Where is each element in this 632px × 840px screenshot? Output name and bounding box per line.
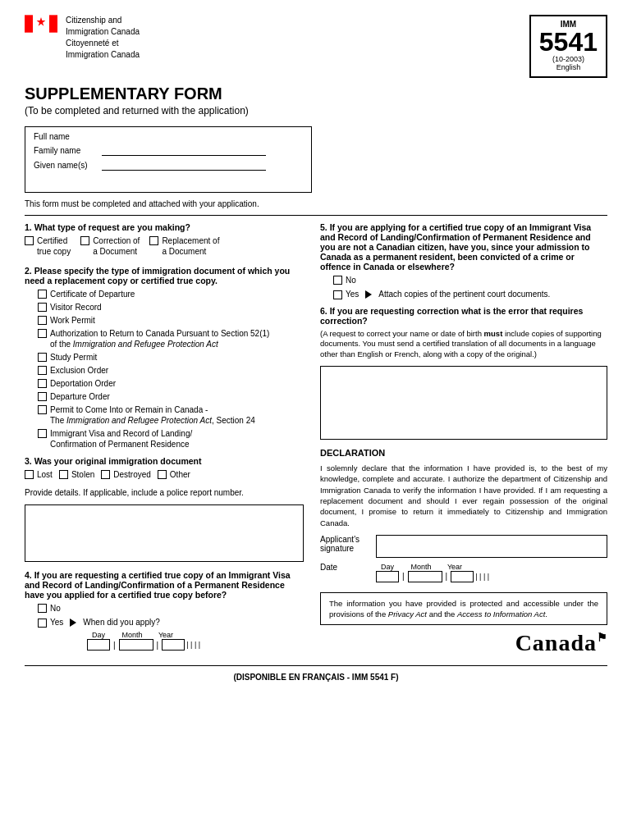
year-box-4[interactable] bbox=[162, 639, 185, 651]
given-name-label: Given name(s) bbox=[34, 161, 95, 170]
label-certified: Certifiedtrue copy bbox=[37, 235, 71, 257]
sep3-decl: | | | | bbox=[475, 573, 489, 581]
label-4-when: When did you apply? bbox=[83, 617, 159, 628]
given-name-input[interactable] bbox=[102, 159, 266, 171]
section2-number: 2. bbox=[25, 266, 32, 276]
form-title: SUPPLEMENTARY FORM bbox=[25, 84, 607, 103]
page: Citizenship and Immigration Canada Citoy… bbox=[0, 0, 632, 840]
option-authorization: Authorization to Return to Canada Pursua… bbox=[38, 328, 304, 349]
section3-number: 3. bbox=[25, 456, 32, 466]
section1-title: 1. What type of request are you making? bbox=[25, 222, 304, 232]
month-box-4[interactable] bbox=[119, 639, 153, 651]
label-deportation-order: Deportation Order bbox=[50, 378, 116, 389]
checkbox-replacement[interactable] bbox=[149, 236, 158, 245]
imm-lang: English bbox=[539, 63, 598, 71]
checkbox-lost[interactable] bbox=[25, 470, 34, 479]
sep1-4: | bbox=[112, 641, 117, 650]
section6-detail: (A request to correct your name or date … bbox=[320, 329, 607, 359]
section4-date-labels: Day Month Year bbox=[87, 631, 304, 639]
section3-detail-input[interactable] bbox=[25, 504, 304, 562]
family-name-row: Family name bbox=[34, 144, 303, 156]
sig-label: Applicant'ssignature bbox=[320, 535, 369, 553]
option-4-yes: Yes When did you apply? bbox=[38, 617, 304, 628]
checkbox-authorization[interactable] bbox=[38, 329, 47, 338]
label-destroyed: Destroyed bbox=[113, 469, 151, 480]
option-cert-departure: Certificate of Departure bbox=[38, 289, 304, 299]
sep2-decl: | bbox=[444, 572, 450, 581]
section2-heading: Please specify the type of immigration d… bbox=[25, 266, 290, 285]
checkbox-visitor-record[interactable] bbox=[38, 303, 47, 312]
sep1-decl: | bbox=[401, 572, 406, 581]
day-label-decl: Day bbox=[376, 563, 399, 571]
declaration-title: DECLARATION bbox=[320, 448, 607, 458]
section6-heading: If you are requesting correction what is… bbox=[320, 306, 583, 326]
header: Citizenship and Immigration Canada Citoy… bbox=[25, 15, 607, 78]
section6-title: 6. If you are requesting correction what… bbox=[320, 306, 607, 326]
header-dept-text: Citizenship and Immigration Canada Citoy… bbox=[66, 15, 140, 61]
checkbox-deportation-order[interactable] bbox=[38, 379, 47, 388]
label-4-no: No bbox=[50, 603, 61, 614]
checkbox-exclusion-order[interactable] bbox=[38, 366, 47, 375]
month-box-decl[interactable] bbox=[408, 571, 442, 582]
month-label-decl: Month bbox=[404, 563, 438, 571]
family-name-input[interactable] bbox=[102, 144, 266, 156]
bottom-divider bbox=[25, 665, 607, 666]
checkbox-4-no[interactable] bbox=[38, 604, 47, 613]
label-immigrant-visa: Immigrant Visa and Record of Landing/Con… bbox=[50, 428, 192, 450]
option-exclusion-order: Exclusion Order bbox=[38, 365, 304, 376]
form-subtitle: (To be completed and returned with the a… bbox=[25, 105, 607, 116]
option-5-yes: Yes Attach copies of the pertinent court… bbox=[333, 289, 607, 299]
label-5-detail: Attach copies of the pertinent court doc… bbox=[378, 289, 550, 299]
section4-date-inputs: | | | | | | bbox=[87, 639, 304, 651]
section3-detail-label: Provide details. If applicable, include … bbox=[25, 487, 304, 498]
section5: 5. If you are applying for a certified t… bbox=[320, 222, 607, 299]
section6-text-input[interactable] bbox=[320, 366, 607, 440]
section4-options: No Yes When did you apply? Day Month Yea bbox=[38, 603, 304, 651]
imm-number: 5541 bbox=[539, 29, 598, 55]
declaration-text: I solemnly declare that the information … bbox=[320, 463, 607, 528]
french-notice: (DISPONIBLE EN FRANÇAIS - IMM 5541 F) bbox=[25, 673, 607, 682]
label-permit-remain: Permit to Come Into or Remain in Canada … bbox=[50, 404, 255, 426]
section4-date: Day Month Year | | | | | | bbox=[87, 631, 304, 651]
year-box-decl[interactable] bbox=[451, 571, 474, 582]
canada-flag-icon bbox=[25, 15, 57, 33]
checkbox-departure-order[interactable] bbox=[38, 392, 47, 401]
option-permit-remain: Permit to Come Into or Remain in Canada … bbox=[38, 404, 304, 426]
checkbox-destroyed[interactable] bbox=[101, 470, 110, 479]
checkbox-5-no[interactable] bbox=[333, 276, 342, 285]
canada-flag-diacritic: ⚑ bbox=[597, 634, 607, 651]
option-study-permit: Study Permit bbox=[38, 352, 304, 363]
checkbox-other[interactable] bbox=[158, 470, 167, 479]
sig-box[interactable] bbox=[376, 535, 607, 558]
section4-heading: If you are requesting a certified true c… bbox=[25, 570, 291, 600]
label-exclusion-order: Exclusion Order bbox=[50, 365, 108, 376]
section5-title: 5. If you are applying for a certified t… bbox=[320, 222, 607, 272]
arrow-4-icon bbox=[70, 619, 76, 627]
checkbox-permit-remain[interactable] bbox=[38, 405, 47, 414]
checkbox-cert-departure[interactable] bbox=[38, 290, 47, 299]
checkbox-correction[interactable] bbox=[80, 236, 89, 245]
checkbox-certified[interactable] bbox=[25, 236, 34, 245]
label-stolen: Stolen bbox=[71, 469, 94, 480]
arrow-5-icon bbox=[365, 290, 372, 299]
sep2-4: | bbox=[155, 641, 161, 650]
checkbox-immigrant-visa[interactable] bbox=[38, 429, 47, 438]
date-label: Date bbox=[320, 563, 369, 572]
label-replacement: Replacement ofa Document bbox=[162, 235, 219, 257]
canada-logo-container: Canada⚑ bbox=[320, 630, 607, 656]
label-cert-departure: Certificate of Departure bbox=[50, 289, 135, 299]
checkbox-stolen[interactable] bbox=[59, 470, 68, 479]
sep3-4: | | | | bbox=[186, 641, 200, 649]
section6-number: 6. bbox=[320, 306, 327, 316]
day-box-4[interactable] bbox=[87, 639, 110, 651]
checkbox-4-yes[interactable] bbox=[38, 619, 47, 628]
checkbox-work-permit[interactable] bbox=[38, 316, 47, 325]
label-departure-order: Departure Order bbox=[50, 391, 110, 402]
checkbox-5-yes[interactable] bbox=[333, 290, 342, 299]
label-other: Other bbox=[170, 469, 190, 480]
option-stolen: Stolen bbox=[59, 469, 94, 480]
day-box-decl[interactable] bbox=[376, 571, 399, 582]
option-certified: Certifiedtrue copy bbox=[25, 235, 71, 257]
checkbox-study-permit[interactable] bbox=[38, 353, 47, 362]
section3-options: Lost Stolen Destroyed Other bbox=[25, 469, 304, 482]
